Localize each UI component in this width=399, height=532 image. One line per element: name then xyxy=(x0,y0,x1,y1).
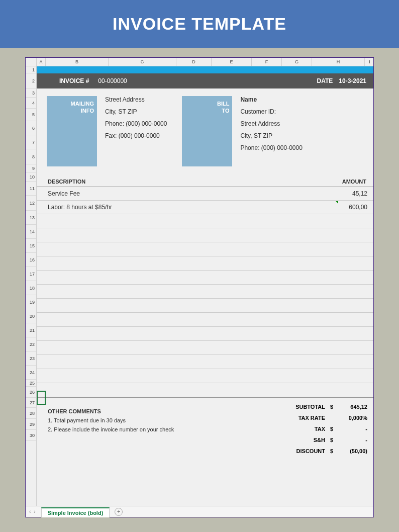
invoice-date-value[interactable]: 10-3-2021 xyxy=(339,77,366,84)
row-header[interactable]: 15 xyxy=(26,239,36,253)
row-header[interactable]: 8 xyxy=(26,149,36,164)
address-line[interactable]: Street Address xyxy=(105,96,167,103)
row-header[interactable]: 1 xyxy=(26,66,36,73)
table-row[interactable] xyxy=(37,299,373,313)
table-row[interactable]: Labor: 8 hours at $85/hr600,00 xyxy=(37,201,373,214)
col-header-E[interactable]: E xyxy=(212,58,252,66)
row-header[interactable]: 27 xyxy=(26,398,36,408)
row-header[interactable]: 6 xyxy=(26,121,36,135)
table-row[interactable] xyxy=(37,341,373,355)
total-row: SUBTOTAL$645,12 xyxy=(268,401,368,412)
desc-header-label: DESCRIPTION xyxy=(48,179,332,185)
amount-header-label: AMOUNT xyxy=(332,179,367,185)
col-header-D[interactable]: D xyxy=(176,58,212,66)
table-row[interactable] xyxy=(37,327,373,341)
sheet-content[interactable]: INVOICE # 00-000000 DATE 10-3-2021 MAILI… xyxy=(37,66,373,506)
billto-box-line2: TO xyxy=(182,107,229,114)
select-all-corner[interactable] xyxy=(26,58,37,66)
invoice-header-bar: INVOICE # 00-000000 DATE 10-3-2021 xyxy=(37,73,373,88)
comment-line[interactable]: 1. Total payment due in 30 days xyxy=(48,417,268,423)
col-header-H[interactable]: H xyxy=(312,58,365,66)
row-header[interactable]: 3 xyxy=(26,88,36,98)
total-label: TAX RATE xyxy=(268,415,330,421)
row-header[interactable]: 22 xyxy=(26,337,36,351)
total-value[interactable]: 0,000% xyxy=(337,415,368,421)
row-header[interactable]: 17 xyxy=(26,267,36,281)
total-value[interactable]: - xyxy=(337,426,368,432)
billto-block: BILL TO NameCustomer ID:Street AddressCi… xyxy=(182,96,302,166)
address-line[interactable]: Fax: (000) 000-0000 xyxy=(105,132,167,139)
col-header-B[interactable]: B xyxy=(46,58,109,66)
row-header[interactable]: 12 xyxy=(26,196,36,211)
table-row[interactable] xyxy=(37,242,373,256)
error-indicator-icon[interactable] xyxy=(336,201,338,204)
total-row: DISCOUNT$(50,00) xyxy=(268,446,368,457)
tab-bar: ‹ › Simple Invoice (bold) + xyxy=(26,506,373,517)
billto-lines: NameCustomer ID:Street AddressCity, ST Z… xyxy=(232,96,302,166)
item-description: Labor: 8 hours at $85/hr xyxy=(48,204,332,211)
line-items: Service Fee45,12Labor: 8 hours at $85/hr… xyxy=(37,187,373,397)
row-header[interactable]: 28 xyxy=(26,408,36,419)
add-sheet-button[interactable]: + xyxy=(115,508,123,516)
row-header[interactable]: 20 xyxy=(26,309,36,323)
row-header[interactable]: 14 xyxy=(26,225,36,239)
row-header[interactable]: 19 xyxy=(26,295,36,309)
total-label: DISCOUNT xyxy=(268,448,330,454)
mailing-box: MAILING INFO xyxy=(47,96,97,166)
address-line[interactable]: City, ST ZIP xyxy=(240,132,302,139)
mailing-lines: Street AddressCity, ST ZIPPhone: (000) 0… xyxy=(97,96,167,166)
invoice-number-value[interactable]: 00-000000 xyxy=(98,77,127,84)
row-header[interactable]: 5 xyxy=(26,109,36,121)
col-header-I[interactable]: I xyxy=(365,58,373,66)
total-value[interactable]: - xyxy=(337,437,368,443)
tab-next-icon[interactable]: › xyxy=(32,509,37,514)
row-header[interactable]: 29 xyxy=(26,419,36,430)
row-header[interactable]: 21 xyxy=(26,323,36,337)
total-value[interactable]: 645,12 xyxy=(337,404,368,410)
row-header[interactable]: 11 xyxy=(26,182,36,196)
invoice-date-label: DATE xyxy=(317,77,333,84)
address-line[interactable]: Customer ID: xyxy=(240,108,302,115)
row-header[interactable]: 4 xyxy=(26,98,36,109)
table-row[interactable] xyxy=(37,285,373,299)
row-header[interactable]: 24 xyxy=(26,366,36,380)
row-header[interactable]: 2 xyxy=(26,73,36,88)
table-row[interactable] xyxy=(37,355,373,369)
table-row[interactable] xyxy=(37,369,373,383)
col-header-A[interactable]: A xyxy=(37,58,46,66)
col-header-C[interactable]: C xyxy=(109,58,176,66)
table-row[interactable] xyxy=(37,271,373,285)
row-header[interactable]: 18 xyxy=(26,281,36,295)
row-header[interactable]: 30 xyxy=(26,430,36,441)
col-header-F[interactable]: F xyxy=(252,58,282,66)
tab-prev-icon[interactable]: ‹ xyxy=(28,509,32,514)
item-description: Service Fee xyxy=(48,190,332,197)
row-header[interactable]: 26 xyxy=(26,387,36,398)
table-row[interactable] xyxy=(37,228,373,242)
address-line[interactable]: Name xyxy=(240,96,302,103)
comment-line[interactable]: 2. Please include the invoice number on … xyxy=(48,426,268,432)
items-header: DESCRIPTION AMOUNT xyxy=(37,179,373,187)
row-header[interactable]: 7 xyxy=(26,135,36,149)
table-row[interactable] xyxy=(37,313,373,327)
comments-header: OTHER COMMENTS xyxy=(48,408,268,414)
table-row[interactable] xyxy=(37,214,373,228)
sheet-tab[interactable]: Simple Invoice (bold) xyxy=(41,507,110,517)
total-currency: $ xyxy=(330,448,337,454)
address-line[interactable]: Phone: (000) 000-0000 xyxy=(240,144,302,151)
row-header[interactable]: 16 xyxy=(26,253,36,267)
address-line[interactable]: Phone: (000) 000-0000 xyxy=(105,120,167,127)
address-line[interactable]: City, ST ZIP xyxy=(105,108,167,115)
table-row[interactable]: Service Fee45,12 xyxy=(37,187,373,201)
row-header[interactable]: 13 xyxy=(26,211,36,225)
row-header[interactable]: 25 xyxy=(26,380,36,387)
total-value[interactable]: (50,00) xyxy=(337,448,368,454)
row-header[interactable]: 9 xyxy=(26,164,36,172)
total-row: TAX$- xyxy=(268,423,368,434)
address-line[interactable]: Street Address xyxy=(240,120,302,127)
col-header-G[interactable]: G xyxy=(282,58,312,66)
row-header[interactable]: 10 xyxy=(26,172,36,182)
table-row[interactable] xyxy=(37,256,373,271)
table-row[interactable] xyxy=(37,383,373,397)
row-header[interactable]: 23 xyxy=(26,351,36,366)
